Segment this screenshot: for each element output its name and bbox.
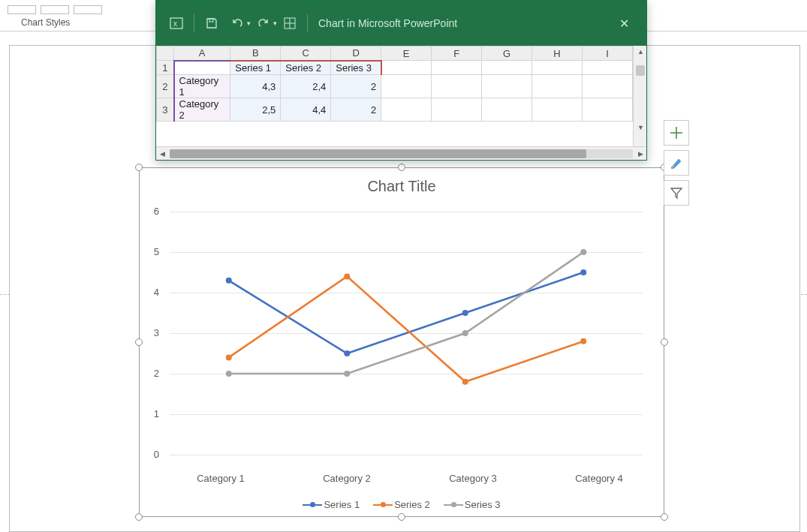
excel-app-icon[interactable]: x xyxy=(167,14,185,32)
cell[interactable]: 4,3 xyxy=(230,75,281,98)
legend-item[interactable]: Series 3 xyxy=(444,499,501,510)
col-header[interactable]: B xyxy=(230,47,281,61)
col-header[interactable]: F xyxy=(432,47,482,61)
cell[interactable]: 2 xyxy=(331,98,381,122)
resize-handle-tm[interactable] xyxy=(398,164,405,171)
cell[interactable] xyxy=(532,98,583,122)
col-header[interactable]: I xyxy=(583,47,633,61)
cell[interactable]: Category 1 xyxy=(174,75,230,98)
cell[interactable]: 2,4 xyxy=(281,75,331,98)
legend-swatch-icon xyxy=(444,501,463,509)
close-button[interactable]: ✕ xyxy=(609,17,639,31)
chart-filters-button[interactable] xyxy=(664,180,689,206)
col-header[interactable]: A xyxy=(174,47,230,61)
data-grid[interactable]: A B C D E F G H I 1 Series 1 Series 2 Se… xyxy=(156,46,633,122)
chart-elements-button[interactable] xyxy=(664,120,689,146)
cell[interactable] xyxy=(432,61,482,75)
spreadsheet[interactable]: A B C D E F G H I 1 Series 1 Series 2 Se… xyxy=(156,46,646,146)
cell[interactable] xyxy=(583,61,633,75)
data-window-title: Chart in Microsoft PowerPoint xyxy=(318,17,609,29)
cell[interactable] xyxy=(583,98,633,122)
style-thumb[interactable] xyxy=(74,5,102,14)
y-tick: 1 xyxy=(144,408,159,419)
style-thumb[interactable] xyxy=(41,5,69,14)
svg-point-9 xyxy=(344,371,350,377)
scroll-thumb[interactable] xyxy=(170,149,586,158)
chevron-down-icon[interactable]: ▾ xyxy=(247,20,251,27)
y-tick: 0 xyxy=(144,449,159,460)
cell[interactable]: Category 2 xyxy=(174,98,230,122)
row-header[interactable]: 1 xyxy=(157,61,174,75)
resize-handle-bm[interactable] xyxy=(398,513,405,521)
cell[interactable]: 2,5 xyxy=(230,98,281,122)
table-row[interactable]: 2 Category 1 4,3 2,4 2 xyxy=(157,75,633,98)
col-header[interactable]: G xyxy=(482,47,532,61)
undo-button[interactable] xyxy=(228,14,246,32)
cell[interactable]: 4,4 xyxy=(281,98,331,122)
plus-icon xyxy=(670,126,683,140)
scroll-up-icon[interactable]: ▲ xyxy=(637,48,644,56)
chart-title[interactable]: Chart Title xyxy=(140,178,664,195)
redo-icon xyxy=(257,17,270,29)
cell[interactable] xyxy=(174,61,230,75)
edit-data-button[interactable] xyxy=(281,14,299,32)
x-tick: Category 1 xyxy=(183,473,258,484)
cell[interactable]: Series 3 xyxy=(331,61,381,75)
legend-label: Series 2 xyxy=(394,499,430,510)
cell[interactable] xyxy=(432,98,482,122)
scroll-track[interactable] xyxy=(170,149,633,158)
row-header[interactable]: 3 xyxy=(157,98,174,122)
save-icon xyxy=(206,17,218,29)
cell[interactable] xyxy=(381,75,432,98)
chart-data-editor-window[interactable]: x ▾ ▾ Chart in Microsoft PowerPoint ✕ A … xyxy=(155,0,647,161)
col-header[interactable]: D xyxy=(331,47,381,61)
svg-point-10 xyxy=(462,330,468,336)
resize-handle-bl[interactable] xyxy=(135,513,143,521)
cell[interactable] xyxy=(482,75,532,98)
chart-legend[interactable]: Series 1 Series 2 Series 3 xyxy=(140,499,664,510)
vertical-scrollbar[interactable]: ▲ ▼ xyxy=(633,46,646,146)
save-button[interactable] xyxy=(203,14,221,32)
svg-rect-14 xyxy=(671,167,674,169)
svg-point-1 xyxy=(344,350,350,356)
cell[interactable]: Series 2 xyxy=(281,61,331,75)
chart-styles-button[interactable] xyxy=(664,150,689,176)
scroll-down-icon[interactable]: ▼ xyxy=(637,124,644,131)
y-tick: 4 xyxy=(144,287,159,298)
chevron-down-icon[interactable]: ▾ xyxy=(273,20,277,27)
cell[interactable] xyxy=(381,61,432,75)
col-header[interactable]: H xyxy=(532,47,583,61)
cell[interactable] xyxy=(532,61,583,75)
select-all-cell[interactable] xyxy=(157,47,174,61)
chart-plot-area[interactable]: 6 5 4 3 2 1 0 Category 1 Category 2 Cate… xyxy=(162,212,643,467)
svg-point-4 xyxy=(226,354,232,360)
resize-handle-br[interactable] xyxy=(661,513,668,521)
row-header[interactable]: 2 xyxy=(157,75,174,98)
style-thumb[interactable] xyxy=(8,5,36,14)
horizontal-scrollbar[interactable]: ◀ ▶ xyxy=(156,146,646,160)
scroll-left-icon[interactable]: ◀ xyxy=(156,150,168,158)
scroll-right-icon[interactable]: ▶ xyxy=(634,150,646,158)
resize-handle-ml[interactable] xyxy=(135,338,143,346)
resize-handle-tl[interactable] xyxy=(135,164,143,171)
cell[interactable] xyxy=(381,98,432,122)
cell[interactable] xyxy=(482,98,532,122)
y-tick: 2 xyxy=(144,368,159,379)
cell[interactable] xyxy=(532,75,583,98)
cell[interactable] xyxy=(482,61,532,75)
table-row[interactable]: 3 Category 2 2,5 4,4 2 xyxy=(157,98,633,122)
table-row[interactable]: 1 Series 1 Series 2 Series 3 xyxy=(157,61,633,75)
redo-button[interactable] xyxy=(254,14,273,32)
col-header[interactable]: E xyxy=(381,47,432,61)
cell[interactable]: Series 1 xyxy=(230,61,281,75)
legend-item[interactable]: Series 1 xyxy=(303,499,360,510)
resize-handle-mr[interactable] xyxy=(661,338,668,346)
legend-item[interactable]: Series 2 xyxy=(373,499,430,510)
cell[interactable]: 2 xyxy=(331,75,381,98)
col-header[interactable]: C xyxy=(281,47,331,61)
scroll-thumb[interactable] xyxy=(636,65,645,76)
chart-object[interactable]: Chart Title 6 5 4 3 2 1 0 Category 1 Cat… xyxy=(139,167,664,517)
cell[interactable] xyxy=(432,75,482,98)
cell[interactable] xyxy=(583,75,633,98)
data-window-header[interactable]: x ▾ ▾ Chart in Microsoft PowerPoint ✕ xyxy=(156,1,646,46)
